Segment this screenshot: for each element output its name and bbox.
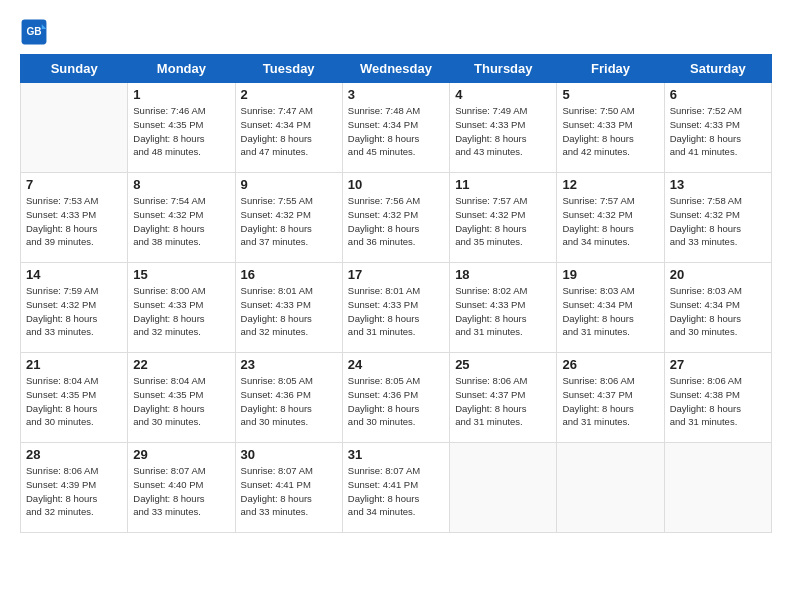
day-number: 19 bbox=[562, 267, 658, 282]
day-info: Sunrise: 7:48 AM Sunset: 4:34 PM Dayligh… bbox=[348, 104, 444, 159]
day-info: Sunrise: 8:01 AM Sunset: 4:33 PM Dayligh… bbox=[241, 284, 337, 339]
day-info: Sunrise: 8:07 AM Sunset: 4:41 PM Dayligh… bbox=[241, 464, 337, 519]
calendar-cell: 8Sunrise: 7:54 AM Sunset: 4:32 PM Daylig… bbox=[128, 173, 235, 263]
day-number: 9 bbox=[241, 177, 337, 192]
day-info: Sunrise: 8:07 AM Sunset: 4:40 PM Dayligh… bbox=[133, 464, 229, 519]
calendar-cell bbox=[21, 83, 128, 173]
week-row-4: 21Sunrise: 8:04 AM Sunset: 4:35 PM Dayli… bbox=[21, 353, 772, 443]
day-number: 27 bbox=[670, 357, 766, 372]
day-info: Sunrise: 8:03 AM Sunset: 4:34 PM Dayligh… bbox=[670, 284, 766, 339]
day-number: 17 bbox=[348, 267, 444, 282]
calendar-cell bbox=[450, 443, 557, 533]
calendar-cell: 10Sunrise: 7:56 AM Sunset: 4:32 PM Dayli… bbox=[342, 173, 449, 263]
calendar-cell: 29Sunrise: 8:07 AM Sunset: 4:40 PM Dayli… bbox=[128, 443, 235, 533]
calendar-cell: 6Sunrise: 7:52 AM Sunset: 4:33 PM Daylig… bbox=[664, 83, 771, 173]
calendar-cell: 18Sunrise: 8:02 AM Sunset: 4:33 PM Dayli… bbox=[450, 263, 557, 353]
day-info: Sunrise: 7:53 AM Sunset: 4:33 PM Dayligh… bbox=[26, 194, 122, 249]
calendar-cell bbox=[557, 443, 664, 533]
day-info: Sunrise: 7:57 AM Sunset: 4:32 PM Dayligh… bbox=[455, 194, 551, 249]
day-number: 31 bbox=[348, 447, 444, 462]
calendar-cell: 31Sunrise: 8:07 AM Sunset: 4:41 PM Dayli… bbox=[342, 443, 449, 533]
calendar-cell: 28Sunrise: 8:06 AM Sunset: 4:39 PM Dayli… bbox=[21, 443, 128, 533]
calendar-cell: 15Sunrise: 8:00 AM Sunset: 4:33 PM Dayli… bbox=[128, 263, 235, 353]
logo: GB bbox=[20, 18, 52, 46]
calendar-cell: 22Sunrise: 8:04 AM Sunset: 4:35 PM Dayli… bbox=[128, 353, 235, 443]
day-info: Sunrise: 7:55 AM Sunset: 4:32 PM Dayligh… bbox=[241, 194, 337, 249]
day-info: Sunrise: 7:54 AM Sunset: 4:32 PM Dayligh… bbox=[133, 194, 229, 249]
day-header-sunday: Sunday bbox=[21, 55, 128, 83]
day-number: 14 bbox=[26, 267, 122, 282]
calendar-header-row: SundayMondayTuesdayWednesdayThursdayFrid… bbox=[21, 55, 772, 83]
day-number: 18 bbox=[455, 267, 551, 282]
day-header-monday: Monday bbox=[128, 55, 235, 83]
day-info: Sunrise: 7:57 AM Sunset: 4:32 PM Dayligh… bbox=[562, 194, 658, 249]
day-info: Sunrise: 8:03 AM Sunset: 4:34 PM Dayligh… bbox=[562, 284, 658, 339]
calendar-cell: 24Sunrise: 8:05 AM Sunset: 4:36 PM Dayli… bbox=[342, 353, 449, 443]
week-row-2: 7Sunrise: 7:53 AM Sunset: 4:33 PM Daylig… bbox=[21, 173, 772, 263]
day-header-tuesday: Tuesday bbox=[235, 55, 342, 83]
calendar-cell: 30Sunrise: 8:07 AM Sunset: 4:41 PM Dayli… bbox=[235, 443, 342, 533]
day-info: Sunrise: 8:02 AM Sunset: 4:33 PM Dayligh… bbox=[455, 284, 551, 339]
day-info: Sunrise: 7:52 AM Sunset: 4:33 PM Dayligh… bbox=[670, 104, 766, 159]
day-number: 11 bbox=[455, 177, 551, 192]
day-info: Sunrise: 7:49 AM Sunset: 4:33 PM Dayligh… bbox=[455, 104, 551, 159]
day-number: 5 bbox=[562, 87, 658, 102]
logo-icon: GB bbox=[20, 18, 48, 46]
calendar-cell: 23Sunrise: 8:05 AM Sunset: 4:36 PM Dayli… bbox=[235, 353, 342, 443]
calendar-cell: 14Sunrise: 7:59 AM Sunset: 4:32 PM Dayli… bbox=[21, 263, 128, 353]
day-info: Sunrise: 8:00 AM Sunset: 4:33 PM Dayligh… bbox=[133, 284, 229, 339]
svg-text:GB: GB bbox=[26, 26, 41, 37]
day-number: 3 bbox=[348, 87, 444, 102]
day-number: 22 bbox=[133, 357, 229, 372]
day-info: Sunrise: 7:50 AM Sunset: 4:33 PM Dayligh… bbox=[562, 104, 658, 159]
calendar-cell: 12Sunrise: 7:57 AM Sunset: 4:32 PM Dayli… bbox=[557, 173, 664, 263]
day-info: Sunrise: 8:07 AM Sunset: 4:41 PM Dayligh… bbox=[348, 464, 444, 519]
calendar-cell: 26Sunrise: 8:06 AM Sunset: 4:37 PM Dayli… bbox=[557, 353, 664, 443]
calendar-cell: 1Sunrise: 7:46 AM Sunset: 4:35 PM Daylig… bbox=[128, 83, 235, 173]
calendar-cell: 13Sunrise: 7:58 AM Sunset: 4:32 PM Dayli… bbox=[664, 173, 771, 263]
day-number: 1 bbox=[133, 87, 229, 102]
calendar-cell: 9Sunrise: 7:55 AM Sunset: 4:32 PM Daylig… bbox=[235, 173, 342, 263]
week-row-3: 14Sunrise: 7:59 AM Sunset: 4:32 PM Dayli… bbox=[21, 263, 772, 353]
day-info: Sunrise: 8:06 AM Sunset: 4:37 PM Dayligh… bbox=[455, 374, 551, 429]
day-number: 25 bbox=[455, 357, 551, 372]
day-number: 30 bbox=[241, 447, 337, 462]
calendar-cell: 20Sunrise: 8:03 AM Sunset: 4:34 PM Dayli… bbox=[664, 263, 771, 353]
day-info: Sunrise: 8:05 AM Sunset: 4:36 PM Dayligh… bbox=[348, 374, 444, 429]
day-number: 15 bbox=[133, 267, 229, 282]
day-info: Sunrise: 7:56 AM Sunset: 4:32 PM Dayligh… bbox=[348, 194, 444, 249]
day-info: Sunrise: 7:58 AM Sunset: 4:32 PM Dayligh… bbox=[670, 194, 766, 249]
calendar-cell: 25Sunrise: 8:06 AM Sunset: 4:37 PM Dayli… bbox=[450, 353, 557, 443]
calendar-cell: 16Sunrise: 8:01 AM Sunset: 4:33 PM Dayli… bbox=[235, 263, 342, 353]
day-header-wednesday: Wednesday bbox=[342, 55, 449, 83]
day-number: 10 bbox=[348, 177, 444, 192]
calendar-cell: 3Sunrise: 7:48 AM Sunset: 4:34 PM Daylig… bbox=[342, 83, 449, 173]
calendar-table: SundayMondayTuesdayWednesdayThursdayFrid… bbox=[20, 54, 772, 533]
calendar-cell: 17Sunrise: 8:01 AM Sunset: 4:33 PM Dayli… bbox=[342, 263, 449, 353]
day-number: 24 bbox=[348, 357, 444, 372]
calendar-cell: 19Sunrise: 8:03 AM Sunset: 4:34 PM Dayli… bbox=[557, 263, 664, 353]
week-row-5: 28Sunrise: 8:06 AM Sunset: 4:39 PM Dayli… bbox=[21, 443, 772, 533]
day-number: 26 bbox=[562, 357, 658, 372]
day-info: Sunrise: 8:04 AM Sunset: 4:35 PM Dayligh… bbox=[26, 374, 122, 429]
day-header-saturday: Saturday bbox=[664, 55, 771, 83]
day-info: Sunrise: 8:04 AM Sunset: 4:35 PM Dayligh… bbox=[133, 374, 229, 429]
calendar-cell: 2Sunrise: 7:47 AM Sunset: 4:34 PM Daylig… bbox=[235, 83, 342, 173]
day-number: 12 bbox=[562, 177, 658, 192]
day-info: Sunrise: 8:06 AM Sunset: 4:39 PM Dayligh… bbox=[26, 464, 122, 519]
calendar-cell: 11Sunrise: 7:57 AM Sunset: 4:32 PM Dayli… bbox=[450, 173, 557, 263]
calendar-cell: 4Sunrise: 7:49 AM Sunset: 4:33 PM Daylig… bbox=[450, 83, 557, 173]
day-number: 7 bbox=[26, 177, 122, 192]
calendar-cell: 21Sunrise: 8:04 AM Sunset: 4:35 PM Dayli… bbox=[21, 353, 128, 443]
day-info: Sunrise: 8:06 AM Sunset: 4:38 PM Dayligh… bbox=[670, 374, 766, 429]
day-number: 29 bbox=[133, 447, 229, 462]
day-number: 21 bbox=[26, 357, 122, 372]
day-header-friday: Friday bbox=[557, 55, 664, 83]
day-info: Sunrise: 7:46 AM Sunset: 4:35 PM Dayligh… bbox=[133, 104, 229, 159]
day-info: Sunrise: 8:05 AM Sunset: 4:36 PM Dayligh… bbox=[241, 374, 337, 429]
day-number: 8 bbox=[133, 177, 229, 192]
page: GB SundayMondayTuesdayWednesdayThursdayF… bbox=[0, 0, 792, 612]
day-header-thursday: Thursday bbox=[450, 55, 557, 83]
day-info: Sunrise: 8:06 AM Sunset: 4:37 PM Dayligh… bbox=[562, 374, 658, 429]
day-number: 20 bbox=[670, 267, 766, 282]
